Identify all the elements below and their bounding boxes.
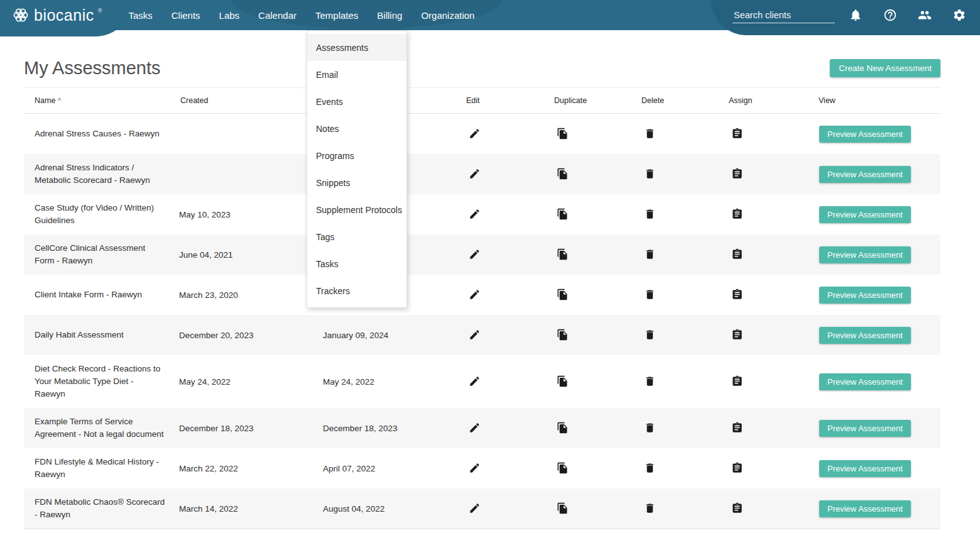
preview-assessment-button[interactable]: Preview Assessment (819, 246, 911, 263)
notifications-button[interactable] (849, 8, 863, 22)
menu-item-supplement-protocols[interactable]: Supplement Protocols (307, 196, 406, 223)
menu-item-assessments[interactable]: Assessments (307, 34, 406, 61)
preview-assessment-button[interactable]: Preview Assessment (819, 206, 911, 223)
edit-button[interactable] (467, 374, 482, 388)
preview-assessment-button[interactable]: Preview Assessment (819, 373, 911, 390)
edit-button[interactable] (467, 461, 482, 475)
preview-assessment-button[interactable]: Preview Assessment (819, 126, 911, 143)
trash-icon (644, 375, 656, 387)
menu-item-tasks[interactable]: Tasks (307, 250, 406, 277)
copy-icon (557, 502, 569, 514)
menu-item-events[interactable]: Events (307, 88, 406, 115)
duplicate-button[interactable] (555, 207, 570, 221)
gear-icon (952, 8, 966, 22)
users-button[interactable] (918, 8, 932, 22)
preview-assessment-button[interactable]: Preview Assessment (819, 327, 911, 344)
duplicate-button[interactable] (555, 374, 570, 388)
delete-button[interactable] (643, 126, 657, 141)
trash-icon (644, 329, 656, 341)
menu-item-email[interactable]: Email (307, 61, 406, 88)
main-content: My Assessments Create New Assessment Nam… (24, 58, 940, 529)
clipboard-icon (731, 208, 743, 220)
menu-item-snippets[interactable]: Snippets (307, 169, 406, 196)
delete-button[interactable] (643, 327, 657, 342)
updated-date: May 24, 2022 (323, 377, 465, 387)
duplicate-button[interactable] (555, 501, 570, 515)
nav-item-templates[interactable]: Templates (315, 10, 358, 21)
nav-item-labs[interactable]: Labs (219, 10, 240, 21)
edit-button[interactable] (467, 126, 482, 141)
nav-item-tasks[interactable]: Tasks (128, 10, 152, 21)
clipboard-icon (731, 248, 743, 260)
assign-button[interactable] (730, 207, 744, 221)
edit-button[interactable] (467, 421, 482, 435)
delete-button[interactable] (643, 207, 657, 221)
duplicate-button[interactable] (555, 247, 570, 261)
settings-button[interactable] (952, 8, 966, 22)
nav-item-clients[interactable]: Clients (172, 10, 200, 21)
edit-button[interactable] (467, 247, 482, 261)
duplicate-button[interactable] (555, 461, 570, 475)
preview-assessment-button[interactable]: Preview Assessment (819, 500, 911, 517)
nav-item-organization[interactable]: Organization (421, 10, 474, 21)
nav-item-billing[interactable]: Billing (377, 10, 402, 21)
trash-icon (644, 128, 656, 140)
menu-item-trackers[interactable]: Trackers (307, 277, 406, 304)
assign-button[interactable] (730, 501, 744, 515)
edit-button[interactable] (467, 207, 482, 221)
table-row: FDN Lifestyle & Medical History - Raewyn… (24, 448, 940, 488)
edit-button[interactable] (467, 167, 482, 181)
edit-button[interactable] (467, 501, 482, 515)
column-header-delete: Delete (640, 96, 727, 105)
column-header-name[interactable]: Name^ (24, 96, 179, 105)
edit-button[interactable] (467, 327, 482, 342)
trash-icon (644, 168, 656, 180)
preview-assessment-button[interactable]: Preview Assessment (819, 460, 911, 477)
duplicate-button[interactable] (555, 167, 570, 181)
created-date: May 10, 2023 (179, 210, 323, 219)
assign-button[interactable] (730, 374, 744, 388)
preview-assessment-button[interactable]: Preview Assessment (819, 166, 911, 183)
assign-button[interactable] (730, 287, 744, 302)
preview-assessment-button[interactable]: Preview Assessment (819, 420, 911, 437)
created-date: December 18, 2023 (179, 424, 323, 433)
delete-button[interactable] (643, 287, 657, 302)
edit-button[interactable] (467, 287, 482, 302)
duplicate-button[interactable] (555, 421, 570, 435)
help-button[interactable] (883, 8, 897, 22)
menu-item-notes[interactable]: Notes (307, 115, 406, 142)
delete-button[interactable] (643, 167, 657, 181)
column-header-created[interactable]: Created (179, 96, 323, 105)
assessment-name: CellCore Clinical Assessment Form - Raew… (24, 242, 179, 267)
delete-button[interactable] (643, 374, 657, 388)
delete-button[interactable] (643, 461, 657, 475)
menu-item-tags[interactable]: Tags (307, 223, 406, 250)
logo[interactable]: biocanic ® (11, 6, 102, 25)
assign-button[interactable] (730, 327, 744, 342)
duplicate-button[interactable] (555, 126, 570, 141)
duplicate-button[interactable] (555, 327, 570, 342)
assign-button[interactable] (730, 167, 744, 181)
trash-icon (644, 208, 656, 220)
assign-button[interactable] (730, 421, 744, 435)
brand-registered-mark: ® (98, 8, 102, 14)
delete-button[interactable] (643, 501, 657, 515)
help-icon (883, 8, 897, 22)
assign-button[interactable] (730, 461, 744, 475)
delete-button[interactable] (643, 421, 657, 435)
duplicate-button[interactable] (555, 287, 570, 302)
copy-icon (557, 128, 569, 140)
delete-button[interactable] (643, 247, 657, 261)
menu-item-programs[interactable]: Programs (307, 142, 406, 169)
assessment-name: Adrenal Stress Causes - Raewyn (24, 128, 179, 140)
assign-button[interactable] (730, 126, 744, 141)
preview-assessment-button[interactable]: Preview Assessment (819, 287, 911, 304)
assessment-name: Client Intake Form - Raewyn (24, 289, 179, 301)
nav-icons (849, 8, 966, 22)
copy-icon (557, 248, 569, 260)
search-input[interactable] (732, 8, 835, 23)
pencil-icon (469, 168, 481, 180)
nav-item-calendar[interactable]: Calendar (258, 10, 297, 21)
create-new-assessment-button[interactable]: Create New Assessment (830, 59, 940, 77)
assign-button[interactable] (730, 247, 744, 261)
